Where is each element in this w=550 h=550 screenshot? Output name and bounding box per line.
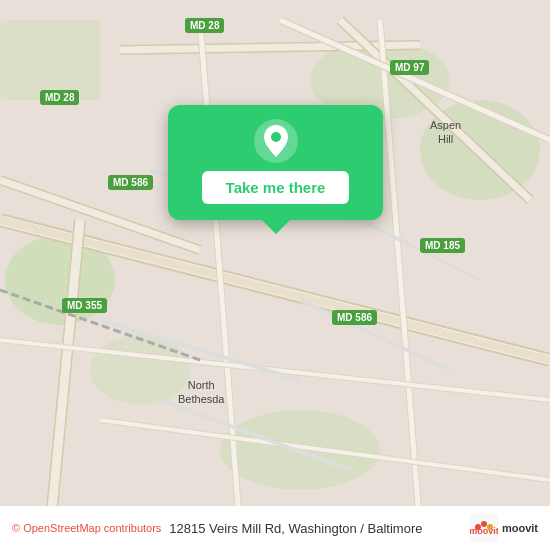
map-container: MD 28 MD 28 MD 97 MD 586 MD 586 MD 586 M… — [0, 0, 550, 550]
bottom-bar: © OpenStreetMap contributors 12815 Veirs… — [0, 506, 550, 550]
map-background — [0, 0, 550, 550]
location-pin-icon — [254, 119, 298, 163]
place-label-aspen-hill: AspenHill — [430, 118, 461, 147]
place-label-north-bethesda: NorthBethesda — [178, 378, 224, 407]
svg-text:moovit: moovit — [470, 526, 498, 536]
take-me-there-button[interactable]: Take me there — [202, 171, 350, 204]
attribution-text: © OpenStreetMap contributors — [12, 522, 161, 534]
moovit-logo: moovit moovit — [470, 514, 538, 542]
road-label-md586-left: MD 586 — [108, 175, 153, 190]
address-text: 12815 Veirs Mill Rd, Washington / Baltim… — [169, 521, 422, 536]
popup-card: Take me there — [168, 105, 383, 220]
svg-point-39 — [481, 521, 487, 527]
svg-point-40 — [487, 524, 493, 530]
road-label-md355: MD 355 — [62, 298, 107, 313]
svg-point-6 — [90, 335, 190, 405]
svg-point-35 — [271, 132, 281, 142]
openstreetmap-attribution: © OpenStreetMap contributors — [12, 522, 161, 534]
moovit-text: moovit — [502, 522, 538, 534]
svg-point-38 — [475, 524, 481, 530]
road-label-md28-top: MD 28 — [185, 18, 224, 33]
road-label-md586-right: MD 586 — [332, 310, 377, 325]
road-label-md97: MD 97 — [390, 60, 429, 75]
moovit-logo-icon: moovit — [470, 514, 498, 542]
road-label-md185: MD 185 — [420, 238, 465, 253]
road-label-md28-left: MD 28 — [40, 90, 79, 105]
svg-rect-4 — [0, 20, 100, 100]
